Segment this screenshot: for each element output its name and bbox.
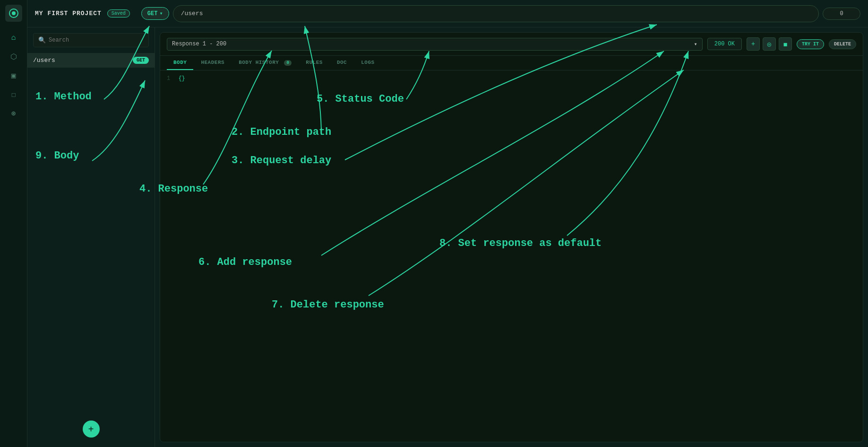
- response-actions: + ◎ ◼: [747, 37, 792, 51]
- main-content: MY FIRST PROJECT Saved GET ▾ 🔍 /users GE…: [27, 0, 868, 447]
- body-content: 1 {}: [160, 70, 863, 442]
- sidebar-logo: [5, 5, 22, 22]
- status-code-label: 200 OK: [714, 41, 735, 47]
- method-label: GET: [147, 10, 158, 17]
- svg-point-1: [12, 11, 16, 15]
- try-it-button[interactable]: TRY IT: [797, 39, 824, 49]
- tab-rules[interactable]: RULES: [299, 56, 329, 70]
- sidebar-icon-home[interactable]: ⌂: [6, 30, 21, 45]
- body-brace: {}: [178, 75, 185, 82]
- line-number: 1: [167, 75, 170, 82]
- project-title: MY FIRST PROJECT: [35, 10, 102, 17]
- response-label: Response 1 - 200: [172, 41, 226, 47]
- response-chevron-icon: ▾: [694, 41, 697, 48]
- delete-response-button[interactable]: DELETE: [829, 39, 856, 49]
- response-panel: Response 1 - 200 ▾ 200 OK + ◎ ◼ TRY IT D…: [160, 32, 863, 442]
- header-bar: MY FIRST PROJECT Saved GET ▾: [27, 0, 868, 27]
- delay-input[interactable]: [823, 8, 860, 20]
- tab-body-history[interactable]: BODY HISTORY 0: [232, 56, 298, 70]
- duplicate-response-button[interactable]: ◎: [763, 37, 776, 51]
- left-panel: 🔍 /users GET +: [27, 27, 155, 447]
- sidebar-icon-doc[interactable]: ▣: [6, 68, 21, 83]
- search-input-wrap: 🔍: [33, 33, 149, 47]
- saved-badge: Saved: [107, 9, 130, 18]
- endpoint-path-input[interactable]: [181, 10, 811, 17]
- add-response-button[interactable]: +: [747, 37, 760, 51]
- tab-doc[interactable]: DOC: [330, 56, 353, 70]
- search-icon: 🔍: [38, 36, 46, 44]
- tab-logs[interactable]: LOGS: [354, 56, 381, 70]
- tabs-bar: BODY HEADERS BODY HISTORY 0 RULES DOC LO…: [160, 56, 863, 70]
- get-badge: GET: [133, 57, 149, 64]
- response-header: Response 1 - 200 ▾ 200 OK + ◎ ◼ TRY IT D…: [160, 33, 863, 56]
- method-chevron-icon: ▾: [159, 10, 163, 17]
- sidebar: ⌂ ⬡ ▣ ☐ ⊛: [0, 0, 27, 447]
- set-default-button[interactable]: ◼: [779, 37, 792, 51]
- body-history-badge: 0: [284, 60, 292, 66]
- route-path: /users: [33, 57, 129, 64]
- method-dropdown[interactable]: GET ▾: [141, 7, 169, 20]
- add-route-button[interactable]: +: [83, 421, 100, 438]
- endpoint-bar: GET ▾: [141, 5, 860, 22]
- search-input[interactable]: [49, 37, 144, 44]
- endpoint-container: [173, 5, 819, 22]
- search-bar: 🔍: [27, 27, 155, 53]
- sidebar-icon-settings[interactable]: ⊛: [6, 106, 21, 121]
- right-panel: Response 1 - 200 ▾ 200 OK + ◎ ◼ TRY IT D…: [155, 27, 868, 447]
- tab-body[interactable]: BODY: [167, 56, 193, 70]
- route-item[interactable]: /users GET: [27, 53, 155, 68]
- delete-label: DELETE: [834, 42, 851, 47]
- tab-headers[interactable]: HEADERS: [194, 56, 231, 70]
- try-it-label: TRY IT: [802, 42, 819, 47]
- sidebar-icon-note[interactable]: ☐: [6, 87, 21, 102]
- sidebar-icon-link[interactable]: ⬡: [6, 49, 21, 64]
- response-select[interactable]: Response 1 - 200 ▾: [167, 38, 703, 51]
- status-code-select[interactable]: 200 OK: [707, 38, 742, 50]
